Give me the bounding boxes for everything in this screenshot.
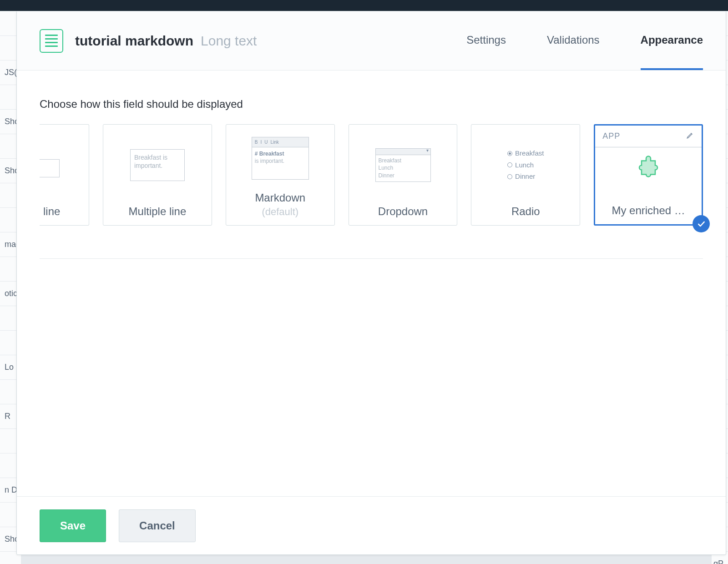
selected-check-icon <box>693 215 710 232</box>
appearance-option-app[interactable]: APPMy enriched … <box>594 124 703 226</box>
modal-tabs: SettingsValidationsAppearance <box>466 11 703 70</box>
option-preview: BIULink# Breakfastis important. <box>226 125 334 191</box>
tab-settings[interactable]: Settings <box>466 11 506 70</box>
appearance-option-markdown[interactable]: BIULink# Breakfastis important.Markdown(… <box>226 124 335 226</box>
appearance-option-dropdown[interactable]: BreakfastLunchDinnerDropdown <box>349 124 458 226</box>
option-label: My enriched … <box>612 204 685 217</box>
option-label: Multiple line <box>129 205 187 218</box>
option-preview: BreakfastLunchDinner <box>471 125 580 205</box>
option-label: Radio <box>511 205 540 218</box>
field-editor-modal: tutorial markdown Long text SettingsVali… <box>16 11 726 555</box>
modal-footer: Save Cancel <box>17 496 726 554</box>
app-card-header: APP <box>595 126 702 147</box>
app-badge: APP <box>602 131 620 141</box>
appearance-prompt: Choose how this field should be displaye… <box>40 98 703 111</box>
section-divider <box>40 258 703 259</box>
option-label: line <box>43 205 60 218</box>
appearance-option-radio[interactable]: BreakfastLunchDinnerRadio <box>471 124 580 226</box>
puzzle-icon <box>635 146 662 184</box>
appearance-option-single-line[interactable]: line <box>40 124 89 226</box>
save-button[interactable]: Save <box>40 509 106 542</box>
appearance-options: lineBreakfast is important.Multiple line… <box>40 124 703 226</box>
pencil-icon[interactable] <box>686 131 694 141</box>
appearance-content: Choose how this field should be displaye… <box>17 70 726 272</box>
option-label: Markdown <box>255 191 305 204</box>
appearance-option-multiple-line[interactable]: Breakfast is important.Multiple line <box>103 124 212 226</box>
cancel-button[interactable]: Cancel <box>119 509 196 542</box>
modal-header: tutorial markdown Long text SettingsVali… <box>17 11 726 70</box>
long-text-icon <box>40 29 63 53</box>
option-sublabel: (default) <box>262 206 298 218</box>
option-preview: BreakfastLunchDinner <box>349 125 457 205</box>
tab-validations[interactable]: Validations <box>547 11 600 70</box>
tab-appearance[interactable]: Appearance <box>641 11 703 70</box>
field-type-label: Long text <box>201 33 257 49</box>
option-preview: Breakfast is important. <box>103 125 212 205</box>
background-topbar <box>0 0 728 11</box>
option-label: Dropdown <box>378 205 428 218</box>
field-name: tutorial markdown <box>75 33 193 49</box>
